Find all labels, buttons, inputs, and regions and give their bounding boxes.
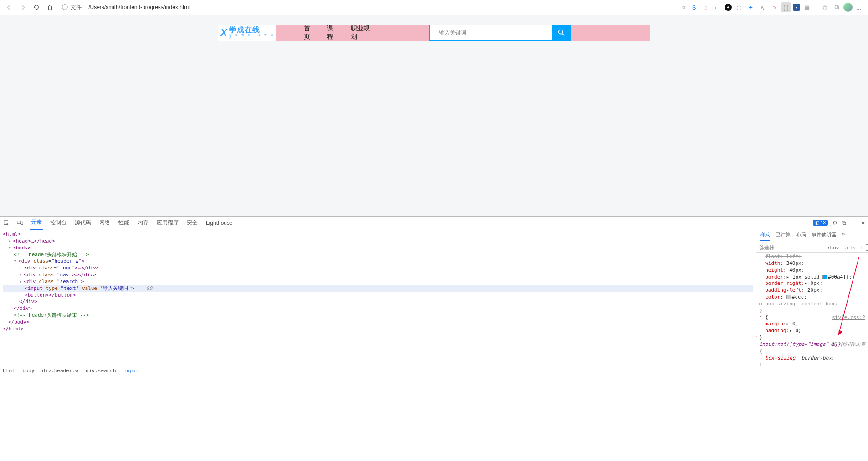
devtools: 元素 控制台 源代码 网络 性能 内存 应用程序 安全 Lighthouse ◧… xyxy=(0,216,868,375)
styles-filter-row: :hov .cls + ◪ xyxy=(756,243,868,253)
search-input[interactable] xyxy=(429,25,552,41)
tab-memory[interactable]: 内存 xyxy=(137,216,149,229)
tab-listeners[interactable]: 事件侦听器 xyxy=(812,231,837,241)
nav-course[interactable]: 课程 xyxy=(327,25,337,41)
devtools-body: <html> ▸<head>…</head> ▾<body> <!-- head… xyxy=(0,229,868,366)
favorites-star-icon[interactable]: ✩ xyxy=(820,2,830,12)
back-button[interactable] xyxy=(4,2,15,13)
logo[interactable]: X 学成在线 在 线 有 限 · 学 有 所 成 xyxy=(218,25,276,41)
nav-career[interactable]: 职业规划 xyxy=(351,25,370,41)
tab-performance[interactable]: 性能 xyxy=(117,216,130,229)
inspect-icon[interactable] xyxy=(3,219,10,227)
error-count: 13 xyxy=(821,220,826,225)
crumb-input[interactable]: input xyxy=(123,368,138,374)
ext-icon-9[interactable]: {·} xyxy=(781,2,791,12)
url-bar[interactable]: ⓘ 文件 | /Users/smith/frontend-progress/in… xyxy=(58,1,679,13)
tab-sources[interactable]: 源代码 xyxy=(74,216,92,229)
more-tabs-icon[interactable]: » xyxy=(842,231,845,241)
ext-icon-5[interactable]: ◌ xyxy=(734,2,744,12)
styles-tabs: 样式 已计算 布局 事件侦听器 » xyxy=(756,229,868,243)
nav-home[interactable]: 首页 xyxy=(304,25,314,41)
tab-console[interactable]: 控制台 xyxy=(49,216,67,229)
error-badge[interactable]: ◧ 13 xyxy=(813,220,828,226)
logo-main-text: 学成在线 xyxy=(229,26,276,34)
new-rule-icon[interactable]: + xyxy=(858,244,866,252)
styles-panel: 样式 已计算 布局 事件侦听器 » :hov .cls + ◪ float: l… xyxy=(756,229,868,366)
logo-sub-text: 在 线 有 限 · 学 有 所 成 xyxy=(229,34,276,39)
ext-icon-7[interactable]: ᴧ xyxy=(757,2,767,12)
crumb-search[interactable]: div.search xyxy=(86,368,116,374)
tab-elements[interactable]: 元素 xyxy=(30,216,43,230)
logo-text: 学成在线 在 线 有 限 · 学 有 所 成 xyxy=(229,26,276,39)
tab-layout[interactable]: 布局 xyxy=(796,231,806,241)
tab-styles[interactable]: 样式 xyxy=(760,231,770,241)
dom-selected-input[interactable]: <input type="text" value="输入关键词"> == $0 xyxy=(3,285,753,292)
collections-icon[interactable]: ⧉ xyxy=(832,2,842,12)
dom-comment-end: <!-- header头部模块结束 --> xyxy=(14,312,89,318)
profile-avatar[interactable] xyxy=(843,3,853,12)
ua-selector-1: input:not([type="image" i]) xyxy=(759,341,841,347)
svg-point-0 xyxy=(559,30,563,34)
device-icon[interactable] xyxy=(16,219,24,227)
tab-application[interactable]: 应用程序 xyxy=(156,216,179,229)
browser-toolbar: ⓘ 文件 | /Users/smith/frontend-progress/in… xyxy=(0,0,868,15)
url-file-label: 文件 xyxy=(71,4,82,11)
hov-toggle[interactable]: :hov xyxy=(825,244,842,252)
ext-icon-8[interactable]: ○ xyxy=(769,2,779,12)
page-header: X 学成在线 在 线 有 限 · 学 有 所 成 首页 课程 职业规划 xyxy=(218,25,650,41)
extension-icons: S ⌂ ▭ ● ◌ ✦ ᴧ ○ {·} ▪ ▤ ✩ ⧉ … xyxy=(689,2,864,12)
more-icon[interactable]: ⋯ xyxy=(851,220,856,226)
ext-icon-11[interactable]: ▤ xyxy=(802,2,812,12)
url-text: /Users/smith/frontend-progress/index.htm… xyxy=(88,4,190,10)
logo-mark-icon: X xyxy=(220,27,227,39)
svg-rect-4 xyxy=(21,222,23,224)
url-separator: | xyxy=(84,4,86,10)
svg-rect-3 xyxy=(17,221,21,223)
forward-button[interactable] xyxy=(17,2,28,13)
box-model-icon[interactable]: ◪ xyxy=(866,244,868,251)
styles-rules[interactable]: float: left; width: 340px; height: 40px;… xyxy=(756,253,868,366)
tab-lighthouse[interactable]: Lighthouse xyxy=(205,217,234,229)
home-button[interactable] xyxy=(45,2,56,13)
favorite-icon[interactable]: ☆ xyxy=(681,4,686,10)
ext-icon-10[interactable]: ▪ xyxy=(793,4,800,11)
dom-dollar0: == $0 xyxy=(134,285,153,291)
tab-security[interactable]: 安全 xyxy=(186,216,199,229)
search-button[interactable] xyxy=(552,25,571,41)
toolbar-divider xyxy=(816,3,816,11)
ext-icon-3[interactable]: ▭ xyxy=(713,2,723,12)
elements-panel[interactable]: <html> ▸<head>…</head> ▾<body> <!-- head… xyxy=(0,229,756,366)
ext-icon-4[interactable]: ● xyxy=(725,4,732,11)
page-viewport: X 学成在线 在 线 有 限 · 学 有 所 成 首页 课程 职业规划 xyxy=(0,15,868,216)
dock-icon[interactable]: ⧉ xyxy=(842,220,846,226)
ext-icon-6[interactable]: ✦ xyxy=(745,2,756,12)
ext-icon-2[interactable]: ⌂ xyxy=(701,2,711,12)
search xyxy=(429,25,571,41)
devtools-tabs: 元素 控制台 源代码 网络 性能 内存 应用程序 安全 Lighthouse ◧… xyxy=(0,217,868,229)
svg-line-1 xyxy=(562,34,565,36)
crumb-header[interactable]: div.header.w xyxy=(42,368,78,374)
crumb-body[interactable]: body xyxy=(22,368,35,374)
styles-filter-input[interactable] xyxy=(756,243,825,252)
close-icon[interactable]: ✕ xyxy=(861,220,865,226)
cls-toggle[interactable]: .cls xyxy=(842,244,858,252)
settings-icon[interactable]: ⚙ xyxy=(832,220,837,226)
info-icon: ⓘ xyxy=(62,3,68,11)
dom-comment-start: <!-- header头部模块开始 --> xyxy=(14,252,89,258)
ext-icon-1[interactable]: S xyxy=(689,2,699,12)
more-menu-icon[interactable]: … xyxy=(854,2,864,12)
search-icon xyxy=(557,29,566,37)
reload-button[interactable] xyxy=(31,2,42,13)
tab-network[interactable]: 网络 xyxy=(98,216,111,229)
dom-breadcrumb[interactable]: html body div.header.w div.search input xyxy=(0,366,868,375)
style-source-link[interactable]: style.css:2 xyxy=(832,314,865,321)
tab-computed[interactable]: 已计算 xyxy=(776,231,791,241)
crumb-html[interactable]: html xyxy=(3,368,15,374)
nav: 首页 课程 职业规划 xyxy=(276,25,388,41)
